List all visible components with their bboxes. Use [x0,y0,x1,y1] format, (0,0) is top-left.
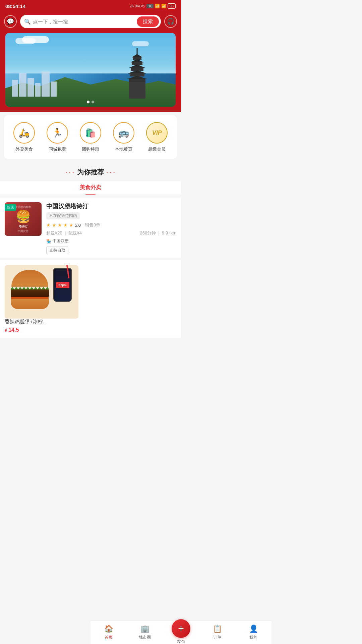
signal-bars: 📶 [161,4,166,8]
restaurant-card[interactable]: 新店 母见的鸡腿肉 🍔 塔诗汀 中国汉堡 中国汉堡塔诗汀 不在配送范围内 ★ ★ [0,198,181,258]
time-distance: 260分钟 | 9.9+km [140,230,176,236]
header: 💬 🔍 搜索 🎧 [0,12,181,33]
paotui-label: 同城跑腿 [49,146,66,152]
paotui-icon: 🏃 [47,122,68,144]
hd-badge: HD [146,4,153,8]
search-button[interactable]: 搜索 [137,16,159,27]
restaurant-image: 新店 母见的鸡腿肉 🍔 塔诗汀 中国汉堡 [5,202,42,236]
store-icon: 🏪 [46,239,51,244]
banner-section [0,33,181,112]
banner-image[interactable] [5,33,176,107]
headset-icon: 🎧 [167,18,174,25]
chat-icon: 💬 [7,18,14,25]
huangye-icon: 🚌 [113,122,134,144]
recommend-header: • • • 为你推荐 • • • [0,162,181,181]
restaurant-name: 中国汉堡塔诗汀 [46,202,176,210]
price-symbol: ¥ [5,328,7,333]
search-icon: 🔍 [24,18,31,25]
categories-section: 🛵 外卖美食 🏃 同城跑腿 🛍️ 团购特惠 🚌 本地黄页 [4,115,177,159]
wifi-icon: 📶 [155,4,160,8]
content-area: 🛵 外卖美食 🏃 同城跑腿 🛍️ 团购特惠 🚌 本地黄页 [0,33,181,365]
price-value: 14.5 [8,327,19,333]
out-of-range-badge: 不在配送范围内 [46,212,80,219]
restaurant-category: 🏪 中国汉堡 [46,238,176,244]
star-4: ★ [63,222,68,228]
vip-icon: VIP [146,122,168,144]
star-2: ★ [52,222,56,228]
headset-button[interactable]: 🎧 [164,15,177,28]
rating-row: ★ ★ ★ ★ ★ 5.0 销售0单 [46,222,176,228]
tab-row: 美食外卖 [0,181,181,195]
food-name: 香辣鸡腿堡+冰柠... [5,319,176,325]
chat-button[interactable]: 💬 [4,15,17,28]
restaurant-info: 中国汉堡塔诗汀 不在配送范围内 ★ ★ ★ ★ ★ 5.0 销售0单 起送¥20 [46,202,176,254]
food-price: ¥ 14.5 [5,327,176,333]
rating-value: 5.0 [75,223,81,228]
search-bar[interactable]: 🔍 搜索 [20,15,161,28]
deco-dots-right: • • • [107,170,115,174]
signal-label: 26.0KB/S [130,4,145,8]
status-icons: 26.0KB/S HD 📶 📶 93 [130,3,176,9]
sales-text: 销售0单 [85,222,100,228]
food-image: Pepsi [5,265,78,319]
banner-dot-1[interactable] [87,101,89,103]
category-item-tuangou[interactable]: 🛍️ 团购特惠 [80,122,101,152]
waimai-icon: 🛵 [13,122,35,144]
banner-dot-2[interactable] [92,101,94,103]
huangye-label: 本地黄页 [115,146,132,152]
category-item-huangye[interactable]: 🚌 本地黄页 [113,122,134,152]
min-order: 起送¥20 | 配送¥4 [46,230,82,236]
star-5: ★ [69,222,73,228]
vip-label: 超级会员 [148,146,166,152]
category-item-paotui[interactable]: 🏃 同城跑腿 [47,122,68,152]
status-bar: 08:54:14 26.0KB/S HD 📶 📶 93 [0,0,181,12]
tuangou-icon: 🛍️ [80,122,101,144]
star-1: ★ [46,222,51,228]
battery-icon: 93 [168,3,176,9]
tab-waimai[interactable]: 美食外卖 [70,181,111,195]
search-input[interactable] [33,19,135,24]
food-item-card[interactable]: Pepsi 香辣鸡腿堡+冰柠... ¥ 14.5 [0,260,181,338]
pickup-badge: 支持自取 [46,247,68,254]
category-item-vip[interactable]: VIP 超级会员 [146,122,168,152]
recommend-title: 为你推荐 [77,168,104,177]
status-time: 08:54:14 [5,3,25,9]
restaurant-top: 新店 母见的鸡腿肉 🍔 塔诗汀 中国汉堡 中国汉堡塔诗汀 不在配送范围内 ★ ★ [5,202,176,254]
new-badge: 新店 [5,204,16,211]
rest-meta-row: 起送¥20 | 配送¥4 260分钟 | 9.9+km [46,230,176,236]
banner-dots [87,101,94,103]
star-3: ★ [58,222,62,228]
waimai-label: 外卖美食 [15,146,33,152]
tuangou-label: 团购特惠 [82,146,99,152]
deco-dots-left: • • • [66,170,74,174]
category-item-waimai[interactable]: 🛵 外卖美食 [13,122,35,152]
